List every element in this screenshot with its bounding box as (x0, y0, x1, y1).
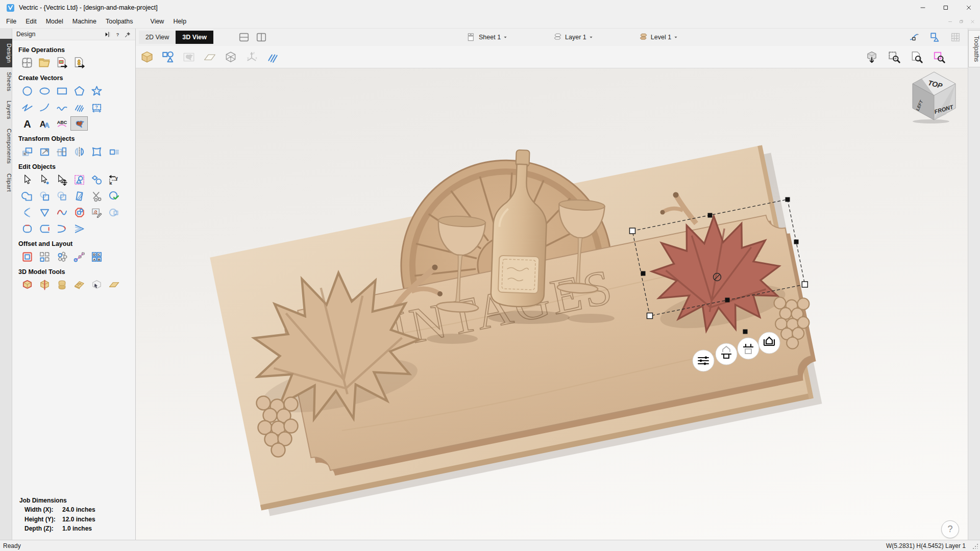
mdi-minimize-button[interactable] (944, 17, 955, 27)
viewport-3d[interactable]: VINTAGES (136, 29, 968, 540)
draw-curve-button[interactable] (53, 100, 70, 114)
fit-arc-button[interactable] (18, 205, 36, 219)
set-size-button[interactable] (36, 144, 53, 159)
open-file-button[interactable] (36, 56, 53, 70)
snap-geometry-button[interactable] (908, 31, 922, 44)
subtract-vectors-button[interactable] (36, 189, 53, 203)
fillet-corner-button[interactable] (18, 221, 36, 236)
menu-view[interactable]: View (146, 15, 169, 28)
toggle-origin-button[interactable]: zyx (244, 51, 259, 64)
offset-shape-button[interactable] (70, 205, 88, 219)
nesting-button[interactable]: DCAB (88, 249, 105, 264)
toggle-vectors-button[interactable] (161, 51, 175, 64)
array-copy-button[interactable] (36, 249, 53, 264)
node-edit-button[interactable] (36, 172, 53, 187)
menu-edit[interactable]: Edit (21, 15, 41, 28)
draw-arc-button[interactable] (36, 100, 53, 114)
copy-along-curve-button[interactable] (70, 249, 88, 264)
side-tab-components[interactable]: Components (0, 124, 12, 168)
snap-objects-button[interactable] (928, 31, 942, 44)
text-on-curve-button[interactable]: ABC (53, 116, 70, 131)
zoom-selected-button[interactable] (887, 51, 901, 64)
menu-model[interactable]: Model (41, 15, 68, 28)
fit-triangle-button[interactable] (36, 205, 53, 219)
trim-overlap-button[interactable] (53, 189, 70, 203)
toggle-sketch-button[interactable] (265, 51, 280, 64)
close-button[interactable] (957, 0, 980, 15)
fill-vectors-button[interactable] (70, 189, 88, 203)
tab-3d-view[interactable]: 3D View (176, 31, 213, 44)
draw-circle-button[interactable] (18, 84, 36, 98)
side-tab-clipart[interactable]: Clipart (0, 169, 12, 196)
fit-curve-button[interactable] (53, 205, 70, 219)
group-objects-button[interactable] (88, 172, 105, 187)
draw-polygon-button[interactable] (70, 84, 88, 98)
add-component-button[interactable] (18, 278, 36, 292)
draw-ellipse-button[interactable] (36, 84, 53, 98)
import-vectors-button[interactable] (53, 56, 70, 70)
zoom-drawing-button[interactable] (910, 51, 924, 64)
extend-a-button[interactable] (36, 221, 53, 236)
split-horizontal-button[interactable] (237, 31, 251, 44)
block-copy-button[interactable] (105, 144, 122, 159)
toggle-wireframe-button[interactable] (224, 51, 238, 64)
sheet-1-dropdown[interactable]: Sheet 1 (467, 32, 508, 42)
offset-vectors-button[interactable] (18, 249, 36, 264)
resize-grip[interactable] (972, 543, 978, 549)
mirror-objects-button[interactable] (70, 144, 88, 159)
side-tab-layers[interactable]: Layers (0, 96, 12, 124)
collapse-panel-button[interactable] (103, 30, 112, 38)
estimate-size-button[interactable]: ? (88, 100, 105, 114)
position-on-button[interactable] (738, 338, 759, 359)
close-vector-button[interactable] (105, 205, 122, 219)
draw-sketch-button[interactable] (70, 100, 88, 114)
view-cube[interactable]: TOP LEFT FRONT (908, 70, 961, 123)
add-texture-button[interactable] (70, 278, 88, 292)
slice-model-button[interactable] (36, 278, 53, 292)
import-model-button[interactable] (70, 56, 88, 70)
layer-1-dropdown[interactable]: Layer 1 (553, 32, 594, 42)
help-button[interactable]: ? (941, 520, 959, 538)
level-1-dropdown[interactable]: Level 1 (639, 32, 678, 42)
draw-star-button[interactable] (88, 84, 105, 98)
select-button[interactable] (18, 172, 36, 187)
job-setup-button[interactable] (18, 56, 36, 70)
position-below-button[interactable] (716, 343, 737, 365)
snap-grid-button[interactable] (948, 31, 963, 44)
mdi-close-button[interactable] (967, 17, 978, 27)
position-above-button[interactable] (758, 332, 780, 354)
minimize-button[interactable] (911, 0, 934, 15)
draw-text-button[interactable]: A (18, 116, 36, 131)
stack-components-button[interactable] (53, 278, 70, 292)
extend-b-button[interactable] (53, 221, 70, 236)
scissor-trim-button[interactable] (88, 189, 105, 203)
maximize-button[interactable] (934, 0, 957, 15)
move-objects-button[interactable] (18, 144, 36, 159)
toggle-plane-button[interactable] (203, 51, 217, 64)
menu-toolpaths[interactable]: Toolpaths (101, 15, 138, 28)
material-block-button[interactable] (140, 51, 154, 64)
side-tab-design[interactable]: Design (0, 39, 12, 67)
component-properties-button[interactable] (693, 350, 714, 371)
menu-file[interactable]: File (2, 15, 21, 28)
canvas-area[interactable]: VINTAGES (136, 29, 968, 540)
tab-2d-view[interactable]: 2D View (139, 31, 176, 44)
align-objects-button[interactable] (53, 144, 70, 159)
join-vectors-button[interactable] (70, 221, 88, 236)
distort-objects-button[interactable] (88, 144, 105, 159)
pin-button[interactable] (123, 30, 132, 38)
shading-options-button[interactable] (865, 51, 879, 64)
mdi-restore-button[interactable] (955, 17, 967, 27)
side-tab-sheets[interactable]: Sheets (0, 67, 12, 96)
vector-validator-button[interactable] (105, 189, 122, 203)
trace-bitmap-button[interactable] (70, 116, 88, 131)
smooth-model-button[interactable] (105, 278, 122, 292)
transform-mode-button[interactable] (53, 172, 70, 187)
menu-help[interactable]: Help (168, 15, 191, 28)
circular-copy-button[interactable] (53, 249, 70, 264)
tab-toolpaths[interactable]: Toolpaths (968, 30, 980, 67)
measure-button[interactable]: xy (105, 172, 122, 187)
edit-picture-button[interactable] (88, 205, 105, 219)
clip-model-button[interactable] (88, 278, 105, 292)
edit-picked-button[interactable] (70, 172, 88, 187)
